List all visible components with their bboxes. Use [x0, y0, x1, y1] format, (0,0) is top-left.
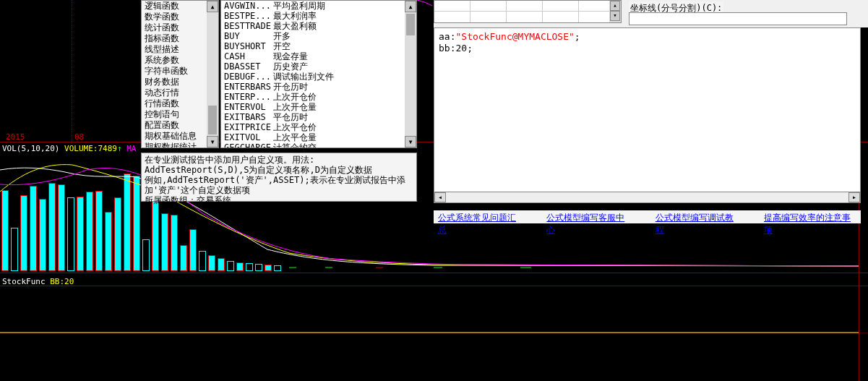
hgrid: [0, 273, 868, 273]
scroll-down-icon[interactable]: ▾: [405, 136, 416, 147]
link-tutorial[interactable]: 公式模型编写调试教程: [656, 212, 739, 222]
vol-arrow: ↑: [117, 144, 122, 153]
function-desc: 上次平仓价: [273, 122, 317, 132]
volume-bar: [142, 239, 150, 271]
volume-bar: [265, 265, 272, 271]
function-category-list[interactable]: 逻辑函数数学函数统计函数指标函数线型描述系统参数字符串函数财务数据动态行情行情函…: [141, 0, 219, 148]
volume-bar: [152, 200, 159, 271]
scroll-left-icon[interactable]: ◂: [434, 192, 446, 202]
volume-bar: [227, 261, 234, 271]
function-item[interactable]: BESTPE...最大利润率: [221, 11, 416, 21]
function-name: BUY: [224, 31, 273, 41]
volume-bar: [189, 229, 197, 271]
volume-bar: [133, 176, 140, 271]
function-item[interactable]: EXITBARS平仓历时: [221, 112, 416, 122]
formula-code-editor[interactable]: aa:"StockFunc@MYMACLOSE"; bb:20;: [434, 27, 861, 203]
desc-line: AddTestReport(S,D),S为自定义项名称,D为自定义数据: [145, 165, 413, 175]
volume-bar: [114, 197, 121, 271]
link-tips[interactable]: 提高编写效率的注意事项: [764, 212, 856, 222]
function-item[interactable]: EXITVOL上次平仓量: [221, 132, 416, 142]
volume-bar: [20, 195, 27, 271]
scrollbar[interactable]: ▴ ▾: [405, 1, 416, 147]
scroll-down-icon[interactable]: ▾: [610, 11, 620, 21]
scroll-up-icon[interactable]: ▴: [207, 1, 218, 12]
function-item[interactable]: ENTERVOL上次开仓量: [221, 102, 416, 112]
axis-year: 2015: [6, 132, 25, 142]
volume-bar: [30, 186, 37, 271]
stockfunc-header: StockFunc BB:20: [2, 277, 74, 286]
code-hscrollbar[interactable]: ◂ ▸: [434, 192, 861, 203]
function-item[interactable]: EXITPRICE上次平仓价: [221, 122, 416, 132]
link-support[interactable]: 公式模型编写客服中心: [546, 212, 630, 222]
function-list[interactable]: AVGWIN...平均盈利周期BESTPE...最大利润率BESTTRADE最大…: [220, 0, 417, 148]
volume-bar: [11, 228, 18, 271]
desc-line: 例如,AddTestReport('资产',ASSET);表示在专业测试报告中添…: [145, 175, 413, 195]
function-item[interactable]: ENTERP...上次开仓价: [221, 92, 416, 102]
vgrid-dot: [72, 0, 72, 142]
help-links-bar: 公式系统常见问题汇总 公式模型编写客服中心 公式模型编写调试教程 提高编写效率的…: [434, 210, 861, 223]
function-item[interactable]: BUY开多: [221, 31, 416, 41]
function-name: ENTERVOL: [224, 102, 273, 112]
function-name: AVGWIN...: [224, 1, 273, 11]
function-item[interactable]: DEBUGF...调试输出到文件: [221, 72, 416, 82]
volume-bar: [274, 265, 281, 271]
volume-bar: [218, 258, 225, 271]
function-item[interactable]: AVGWIN...平均盈利周期: [221, 1, 416, 11]
function-item[interactable]: DBASSET历史资产: [221, 61, 416, 72]
volume-bar: [255, 264, 262, 271]
function-desc: 历史资产: [273, 61, 308, 72]
scrollbar[interactable]: ▴ ▾: [207, 1, 218, 147]
volume-bar: [39, 199, 46, 271]
function-item[interactable]: ENTERBARS开仓历时: [221, 82, 416, 92]
volume-bar: [180, 245, 187, 271]
volume-bar: [58, 184, 65, 271]
scroll-up-icon[interactable]: ▴: [405, 1, 416, 12]
hgrid: [0, 333, 868, 333]
code-line: bb:20;: [439, 43, 856, 54]
function-item[interactable]: BUYSHORT开空: [221, 41, 416, 51]
volume-bar: [171, 215, 178, 271]
function-desc: 平仓历时: [273, 112, 308, 122]
param-grid[interactable]: ▴ ▾: [434, 0, 622, 23]
scroll-down-icon[interactable]: ▾: [207, 136, 218, 147]
function-item[interactable]: CASH现金存量: [221, 51, 416, 61]
function-desc: 上次开仓量: [273, 102, 317, 112]
volume-bar: [1, 190, 9, 271]
desc-line: 所属函数组：交易系统: [145, 195, 413, 205]
vol-ma: MA: [122, 144, 137, 153]
function-name: DEBUGF...: [224, 72, 273, 82]
scroll-thumb[interactable]: [406, 14, 415, 35]
volume-bar: [86, 192, 93, 271]
function-desc: 最大利润率: [273, 11, 317, 21]
function-description: 在专业测试报告中添加用户自定义项。用法: AddTestReport(S,D),…: [141, 153, 417, 202]
desc-line: 在专业测试报告中添加用户自定义项。用法:: [145, 155, 413, 165]
function-desc: 最大盈利额: [273, 21, 317, 31]
vol-header: VOL(5,10,20) VOLUME:7489↑ MA: [2, 144, 136, 153]
volume-bar: [124, 174, 131, 271]
volume-bar: [48, 183, 56, 271]
function-desc: 计算合约交...: [273, 142, 332, 148]
link-faq[interactable]: 公式系统常见问题汇总: [438, 212, 522, 222]
scroll-thumb[interactable]: [208, 106, 217, 134]
function-desc: 上次开仓价: [273, 92, 317, 102]
scroll-right-icon[interactable]: ▸: [848, 192, 860, 202]
function-name: EXITVOL: [224, 132, 273, 142]
function-desc: 现金存量: [273, 51, 308, 61]
volume-bar: [246, 263, 253, 271]
coord-field-input[interactable]: [629, 12, 847, 25]
scroll-up-icon[interactable]: ▴: [610, 1, 620, 11]
volume-bar: [199, 251, 206, 271]
grid-vscroll[interactable]: ▴ ▾: [609, 1, 621, 22]
volume-bar: [67, 197, 74, 271]
function-name: BUYSHORT: [224, 41, 273, 51]
function-item[interactable]: GEGCHARGE计算合约交...: [221, 142, 416, 148]
function-desc: 平均盈利周期: [273, 1, 325, 11]
function-name: EXITBARS: [224, 112, 273, 122]
function-name: DBASSET: [224, 61, 273, 72]
volume-bar: [161, 213, 168, 271]
function-name: ENTERBARS: [224, 82, 273, 92]
hgrid: [0, 286, 868, 286]
function-item[interactable]: BESTTRADE最大盈利额: [221, 21, 416, 31]
volume-bar: [208, 255, 215, 271]
volume-bar: [236, 262, 244, 271]
